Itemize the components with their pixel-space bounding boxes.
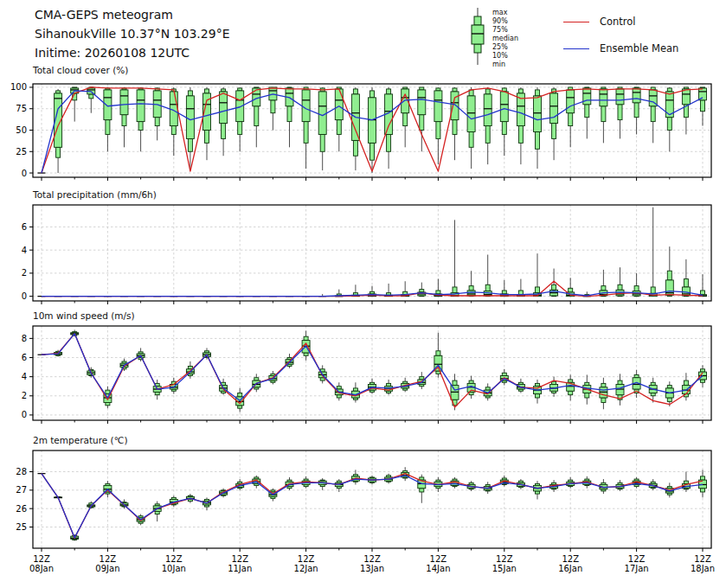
precipitation-panel-title: Total precipitation (mm/6h) xyxy=(33,189,157,200)
temperature-chart: 2526272812Z08Jan12Z09Jan12Z10Jan12Z11Jan… xyxy=(0,448,726,587)
svg-text:10Jan: 10Jan xyxy=(162,564,186,573)
svg-text:25: 25 xyxy=(16,522,27,532)
svg-text:12Z: 12Z xyxy=(33,554,50,564)
cloud-cover-chart: 0255075100 xyxy=(0,79,726,184)
control-line-swatch xyxy=(563,22,589,22)
svg-text:18Jan: 18Jan xyxy=(691,564,715,573)
svg-text:12Z: 12Z xyxy=(562,554,579,564)
legend-label-25: 25% xyxy=(492,43,518,52)
svg-text:11Jan: 11Jan xyxy=(228,564,252,573)
meteogram-page: CMA-GEPS meteogram SihanoukVille 10.37°N… xyxy=(0,0,726,588)
svg-text:12Z: 12Z xyxy=(363,554,381,564)
wind-speed-chart: 02468 xyxy=(0,323,726,425)
svg-text:0: 0 xyxy=(22,410,27,419)
line-legend: Control Ensemble Mean xyxy=(563,5,678,69)
location-line: SihanoukVille 10.37°N 103.29°E xyxy=(35,24,229,43)
svg-text:75: 75 xyxy=(16,104,27,113)
svg-text:12Z: 12Z xyxy=(430,554,447,564)
svg-text:12Jan: 12Jan xyxy=(294,564,318,573)
svg-text:12Z: 12Z xyxy=(231,554,248,564)
svg-text:12Z: 12Z xyxy=(694,554,711,564)
svg-text:26: 26 xyxy=(16,504,27,514)
svg-text:28: 28 xyxy=(16,467,27,476)
svg-text:25: 25 xyxy=(16,147,27,157)
svg-text:0: 0 xyxy=(22,291,27,301)
legend-entry-control: Control xyxy=(563,16,678,28)
svg-text:6: 6 xyxy=(22,353,27,362)
inittime-line: Initime: 20260108 12UTC xyxy=(35,43,229,62)
legend-label-75: 75% xyxy=(492,26,518,35)
svg-text:4: 4 xyxy=(22,372,27,381)
svg-text:6: 6 xyxy=(22,222,27,232)
svg-text:12Z: 12Z xyxy=(496,554,513,564)
wind-speed-panel-title: 10m wind speed (m/s) xyxy=(33,310,135,321)
control-label: Control xyxy=(600,16,636,28)
svg-text:50: 50 xyxy=(16,125,27,135)
svg-text:08Jan: 08Jan xyxy=(29,564,54,573)
svg-text:100: 100 xyxy=(10,82,27,92)
legend-label-max: max xyxy=(492,9,518,17)
legend-label-median: median xyxy=(492,35,518,43)
legend-label-min: min xyxy=(492,61,518,69)
svg-text:0: 0 xyxy=(22,169,27,178)
svg-text:12Z: 12Z xyxy=(100,554,117,564)
svg-text:8: 8 xyxy=(22,334,27,343)
legend-entry-ensemble: Ensemble Mean xyxy=(563,42,678,54)
svg-text:12Z: 12Z xyxy=(298,554,315,564)
header: CMA-GEPS meteogram SihanoukVille 10.37°N… xyxy=(35,5,229,62)
legend-label-90: 90% xyxy=(492,17,518,26)
legend-label-10: 10% xyxy=(492,52,518,61)
cloud-cover-panel-title: Total cloud cover (%) xyxy=(33,65,128,75)
svg-text:12Z: 12Z xyxy=(165,554,183,564)
svg-text:12Z: 12Z xyxy=(628,554,646,564)
svg-text:2: 2 xyxy=(22,268,27,278)
svg-text:2: 2 xyxy=(22,391,27,400)
svg-text:27: 27 xyxy=(16,485,27,495)
legend: max 90% 75% median 25% 10% min Control E… xyxy=(467,5,678,69)
boxplot-legend-glyph xyxy=(467,5,490,69)
precipitation-chart: 0246 xyxy=(0,202,726,306)
svg-text:13Jan: 13Jan xyxy=(360,564,384,573)
svg-text:17Jan: 17Jan xyxy=(625,564,649,573)
boxplot-legend-labels: max 90% 75% median 25% 10% min xyxy=(492,5,518,69)
svg-text:09Jan: 09Jan xyxy=(95,564,119,573)
ensemble-mean-label: Ensemble Mean xyxy=(600,42,678,54)
svg-text:15Jan: 15Jan xyxy=(492,564,517,573)
page-title: CMA-GEPS meteogram xyxy=(35,5,229,24)
svg-text:14Jan: 14Jan xyxy=(426,564,450,573)
svg-text:16Jan: 16Jan xyxy=(558,564,582,573)
temperature-panel-title: 2m temperature (℃) xyxy=(33,435,128,445)
ensemble-mean-line-swatch xyxy=(563,48,589,49)
svg-text:4: 4 xyxy=(22,246,27,255)
